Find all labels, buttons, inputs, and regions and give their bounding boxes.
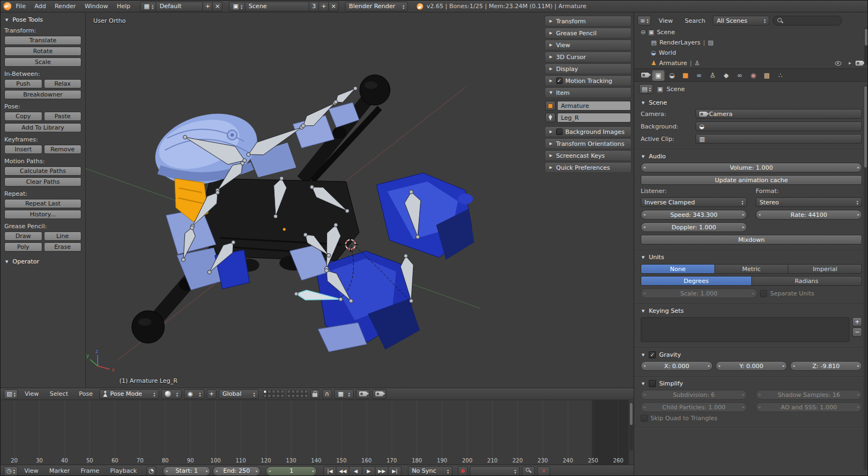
- outliner-scrollbar[interactable]: [864, 28, 868, 65]
- tab-material[interactable]: ◉: [747, 70, 760, 81]
- remove-keyframe-button[interactable]: Remove: [44, 145, 82, 154]
- update-animation-cache-button[interactable]: Update animation cache: [641, 175, 862, 185]
- npanel-item-header[interactable]: ▼Item: [545, 87, 631, 98]
- gravity-z-field[interactable]: Z: -9.810: [790, 361, 862, 371]
- npanel-grease-pencil-header[interactable]: ▶Grease Pencil: [545, 28, 631, 38]
- skip-quad-to-triangles-checkbox[interactable]: [641, 415, 648, 422]
- scene-name[interactable]: Scene: [245, 2, 309, 11]
- npanel-quick-preferences-header[interactable]: ▶Quick Preferences: [545, 162, 631, 173]
- tab-constraints[interactable]: ∞: [693, 70, 705, 81]
- npanel-view-header[interactable]: ▶View: [545, 40, 631, 50]
- manipulator-toggle[interactable]: +: [207, 389, 216, 399]
- layer-cell[interactable]: [276, 394, 280, 398]
- preview-range-toggle[interactable]: ◔: [146, 466, 156, 476]
- menu-file[interactable]: File: [11, 3, 30, 10]
- layer-cell[interactable]: [263, 390, 267, 394]
- layer-cell[interactable]: [300, 394, 304, 398]
- bone-joint[interactable]: [241, 162, 245, 165]
- bone-joint[interactable]: [404, 254, 408, 258]
- lock-to-scene-toggle[interactable]: [310, 389, 320, 399]
- simplify-ao-sss-slider[interactable]: AO and SSS: 1.000: [756, 402, 862, 412]
- bone-joint[interactable]: [327, 254, 331, 258]
- bone-joint[interactable]: [410, 299, 413, 303]
- timeline-ruler[interactable]: 2030405060708090100110120130140150160170…: [2, 458, 631, 464]
- timeline-menu-playback[interactable]: Playback: [106, 467, 141, 474]
- motion-tracking-checkbox[interactable]: [556, 78, 563, 84]
- viewport-menu-select[interactable]: Select: [46, 390, 73, 397]
- unit-system-none-toggle[interactable]: None: [641, 264, 715, 274]
- bone-joint[interactable]: [280, 177, 284, 181]
- bone-joint[interactable]: [325, 269, 329, 273]
- copy-pose-button[interactable]: Copy: [4, 112, 42, 121]
- menu-window[interactable]: Window: [80, 3, 112, 10]
- outliner-scope-select[interactable]: All Scenes: [713, 16, 769, 25]
- jump-to-start-button[interactable]: |◀: [323, 466, 336, 476]
- timeline-menu-view[interactable]: View: [20, 467, 43, 474]
- bone-joint[interactable]: [354, 87, 358, 91]
- timeline-menu-marker[interactable]: Marker: [45, 467, 74, 474]
- layer-cell[interactable]: [296, 390, 299, 394]
- scene-panel-header[interactable]: ▼Scene: [641, 99, 862, 106]
- layer-cell[interactable]: [280, 394, 284, 398]
- bone-joint[interactable]: [410, 190, 413, 194]
- bone-joint[interactable]: [302, 124, 305, 128]
- bone-joint[interactable]: [304, 233, 308, 237]
- blender-logo-icon[interactable]: [3, 2, 11, 10]
- sample-rate-slider[interactable]: Rate: 44100: [756, 210, 862, 220]
- insert-keyframe-button[interactable]: [522, 466, 535, 476]
- mixdown-button[interactable]: Mixdown: [641, 235, 862, 245]
- delete-scene-button[interactable]: ×: [329, 2, 339, 11]
- sync-mode-select[interactable]: No Sync: [408, 466, 452, 476]
- browse-screen-layout-button[interactable]: ▦: [140, 2, 156, 11]
- tab-world[interactable]: ◒: [666, 70, 678, 81]
- timeline-scrollbar[interactable]: [629, 402, 633, 451]
- breakdowner-button[interactable]: Breakdowner: [4, 90, 81, 99]
- viewport-menu-view[interactable]: View: [20, 390, 43, 397]
- layer-cell[interactable]: [263, 394, 267, 398]
- audio-channels-select[interactable]: Stereo: [756, 197, 862, 207]
- outliner-row-scene[interactable]: ⊖ ▣ Scene: [637, 27, 865, 37]
- simplify-subdivision-slider[interactable]: Subdivision: 6: [641, 390, 747, 400]
- push-button[interactable]: Push: [4, 79, 42, 88]
- timeline-editor-type-button[interactable]: ◷: [4, 466, 18, 476]
- add-to-library-button[interactable]: Add To Library: [4, 123, 81, 132]
- audio-panel-header[interactable]: ▼Audio: [641, 153, 862, 160]
- outliner-row-renderlayers[interactable]: ▤ RenderLayers | ▨: [637, 37, 865, 48]
- bone-joint[interactable]: [232, 241, 235, 245]
- delete-screen-layout-button[interactable]: ×: [213, 2, 222, 11]
- tab-texture[interactable]: ▩: [761, 70, 773, 81]
- npanel-background-images-header[interactable]: ▶Background Images: [545, 126, 631, 137]
- separate-units-checkbox[interactable]: [760, 290, 767, 297]
- grease-line-button[interactable]: Line: [44, 231, 82, 241]
- bone-icon-button[interactable]: [545, 113, 556, 123]
- tab-particles[interactable]: ∴: [774, 70, 787, 81]
- background-images-checkbox[interactable]: [556, 128, 563, 135]
- layer-cell[interactable]: [304, 390, 308, 394]
- bone-joint[interactable]: [310, 185, 314, 189]
- clear-paths-button[interactable]: Clear Paths: [4, 177, 81, 186]
- restrict-select-toggle[interactable]: ▸: [848, 61, 851, 66]
- npanel-transform-header[interactable]: ▶Transform: [545, 16, 631, 27]
- insert-keyframe-button[interactable]: Insert: [4, 145, 42, 154]
- bone-joint[interactable]: [346, 209, 349, 213]
- current-frame-field[interactable]: 1: [266, 466, 317, 476]
- pivot-point-select[interactable]: ◉: [184, 389, 205, 399]
- gravity-y-field[interactable]: Y: 0.000: [716, 361, 788, 371]
- pose-tools-panel-header[interactable]: ▼Pose Tools: [4, 16, 81, 23]
- delete-keyframe-button[interactable]: ×: [537, 466, 550, 476]
- tab-render[interactable]: [639, 70, 651, 81]
- grease-erase-button[interactable]: Erase: [44, 242, 82, 252]
- background-set-select[interactable]: ◒: [695, 121, 862, 131]
- next-keyframe-button[interactable]: ▶▶: [375, 466, 388, 476]
- timeline-editor[interactable]: 2030405060708090100110120130140150160170…: [1, 400, 634, 465]
- rotation-radians-toggle[interactable]: Radians: [752, 276, 863, 286]
- outliner-menu-view[interactable]: View: [654, 17, 677, 24]
- layer-cell[interactable]: [267, 390, 271, 394]
- bone-joint[interactable]: [247, 153, 251, 157]
- layer-cell[interactable]: [267, 394, 271, 398]
- snap-toggle[interactable]: ∩: [322, 389, 332, 399]
- rotate-button[interactable]: Rotate: [4, 47, 81, 56]
- simplify-panel-header[interactable]: ▼Simplify: [641, 380, 862, 387]
- npanel-screencast-keys-header[interactable]: ▶Screencast Keys: [545, 150, 631, 161]
- tab-bone-constraints[interactable]: ∞: [733, 70, 746, 81]
